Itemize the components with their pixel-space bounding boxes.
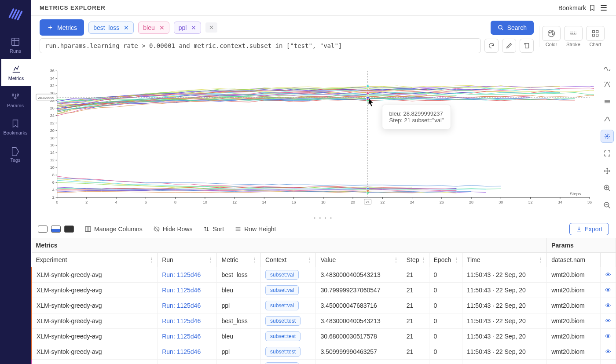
table-row[interactable]: XLM-syntok-greedy-avg Run: 1125d46 bleu …: [32, 329, 616, 344]
eye-icon[interactable]: 👁: [605, 317, 611, 324]
hide-rows-button[interactable]: Hide Rows: [153, 226, 193, 233]
clipboard-icon: [523, 42, 530, 49]
line-chart[interactable]: 2468101214161820222426283032343602468101…: [35, 62, 594, 215]
section-header-params: Params: [547, 238, 616, 253]
menu-icon[interactable]: ☰: [600, 3, 607, 13]
chart-tool[interactable]: Chart: [586, 26, 605, 47]
pan-button[interactable]: [601, 164, 614, 177]
svg-text:26: 26: [50, 106, 55, 110]
sidebar-item-params[interactable]: Params: [0, 86, 31, 113]
data-table-wrap[interactable]: Metrics Params Experiment⋮ Run⋮ Metric⋮ …: [31, 238, 616, 364]
cell-context: subset:val: [261, 283, 316, 298]
zoom-in-button[interactable]: [601, 182, 614, 194]
kebab-icon[interactable]: ⋮: [420, 256, 426, 263]
clear-chips-button[interactable]: ✕: [205, 22, 217, 33]
eye-icon[interactable]: 👁: [605, 302, 611, 309]
align-button[interactable]: [601, 95, 614, 108]
chart-panel[interactable]: 2468101214161820222426283032343602468101…: [31, 57, 598, 215]
col-step[interactable]: Step⋮: [402, 253, 429, 267]
col-dataset[interactable]: dataset.nam: [547, 253, 601, 267]
sidebar-item-runs[interactable]: Runs: [0, 32, 31, 59]
eye-icon[interactable]: 👁: [605, 333, 611, 340]
svg-rect-12: [592, 34, 594, 36]
sidebar-item-tags[interactable]: Tags: [0, 141, 31, 168]
metric-chip-ppl[interactable]: ppl ✕: [174, 22, 202, 34]
context-badge: subset:val: [265, 362, 299, 364]
export-button[interactable]: Export: [569, 223, 609, 235]
zoom-out-button[interactable]: [601, 199, 614, 212]
svg-text:36: 36: [587, 200, 592, 204]
kebab-icon[interactable]: ⋮: [307, 256, 313, 263]
copy-button[interactable]: [520, 39, 534, 53]
cell-experiment: XLM-syntok-greedy-avg: [32, 267, 158, 283]
stroke-tool[interactable]: Stroke: [564, 26, 583, 47]
col-metric[interactable]: Metric⋮: [217, 253, 261, 267]
eye-icon[interactable]: 👁: [605, 348, 611, 355]
row-height-button[interactable]: Row Height: [235, 226, 276, 233]
smoothing-button[interactable]: [601, 113, 614, 125]
table-row[interactable]: XLM-syntok-greedy-avg Run: 1125d46 ppl s…: [32, 344, 616, 360]
run-link[interactable]: Run: 1125d46: [162, 317, 201, 324]
cell-time: 11:50:43 · 22 Sep, 20: [462, 267, 546, 283]
col-experiment[interactable]: Experiment⋮: [32, 253, 158, 267]
manage-columns-button[interactable]: Manage Columns: [84, 226, 143, 233]
run-link[interactable]: Run: 1125d46: [162, 302, 201, 309]
kebab-icon[interactable]: ⋮: [393, 256, 399, 263]
refresh-button[interactable]: [484, 39, 499, 53]
metrics-select-button[interactable]: ＋ Metrics: [40, 19, 84, 36]
col-time[interactable]: Time⋮: [462, 253, 546, 267]
highlight-button[interactable]: [601, 130, 614, 142]
kebab-icon[interactable]: ⋮: [208, 256, 214, 263]
eye-icon[interactable]: 👁: [605, 271, 611, 278]
bookmark-button[interactable]: Bookmark: [558, 4, 596, 11]
table-toolbar: Manage Columns Hide Rows Sort Row Height…: [31, 220, 616, 238]
cell-epoch: 0: [429, 313, 462, 329]
close-icon[interactable]: ✕: [159, 24, 165, 31]
aggregate-button[interactable]: [601, 61, 614, 73]
cell-run: Run: 117a2cb: [158, 360, 217, 364]
cell-step: 21: [402, 283, 429, 298]
cell-dataset: wmt20.biom: [547, 283, 601, 298]
svg-point-103: [367, 85, 369, 87]
search-button[interactable]: Search: [491, 21, 534, 35]
table-row[interactable]: XLM-syntok-greedy-few-titles-avg Run: 11…: [32, 360, 616, 364]
svg-text:34: 34: [558, 200, 562, 204]
cell-experiment: XLM-syntok-greedy-avg: [32, 283, 158, 298]
kebab-icon[interactable]: ⋮: [538, 256, 544, 263]
run-link[interactable]: Run: 1125d46: [162, 333, 201, 340]
axes-scale-button[interactable]: [601, 78, 614, 91]
view-chart-only[interactable]: [38, 226, 48, 233]
cell-context: subset:val: [261, 298, 316, 313]
color-tool[interactable]: Color: [542, 26, 561, 47]
view-split[interactable]: [51, 226, 61, 233]
table-row[interactable]: XLM-syntok-greedy-avg Run: 1125d46 best_…: [32, 313, 616, 329]
metric-chip-best-loss[interactable]: best_loss ✕: [88, 22, 134, 34]
query-input[interactable]: [40, 38, 481, 53]
close-icon[interactable]: ✕: [124, 24, 129, 31]
run-link[interactable]: Run: 1125d46: [162, 348, 201, 355]
close-icon[interactable]: ✕: [191, 24, 196, 31]
table-row[interactable]: XLM-syntok-greedy-avg Run: 1125d46 bleu …: [32, 283, 616, 298]
run-link[interactable]: Run: 1125d46: [162, 287, 201, 294]
table-row[interactable]: XLM-syntok-greedy-avg Run: 1125d46 ppl s…: [32, 298, 616, 313]
table-row[interactable]: XLM-syntok-greedy-avg Run: 1125d46 best_…: [32, 267, 616, 283]
run-link[interactable]: Run: 1125d46: [162, 271, 201, 278]
eye-icon[interactable]: 👁: [605, 287, 611, 294]
col-context[interactable]: Context⋮: [261, 253, 316, 267]
cell-visibility: 👁: [601, 298, 616, 313]
col-run[interactable]: Run⋮: [158, 253, 217, 267]
cell-dataset: wmt20.biom: [547, 298, 601, 313]
sort-button[interactable]: Sort: [203, 226, 224, 233]
cell-epoch: 0: [429, 344, 462, 360]
autoscale-button[interactable]: [601, 147, 614, 160]
sidebar-item-bookmarks[interactable]: Bookmarks: [0, 113, 31, 141]
view-table-only[interactable]: [64, 226, 74, 233]
sidebar-item-metrics[interactable]: Metrics: [0, 59, 31, 86]
kebab-icon[interactable]: ⋮: [252, 256, 258, 263]
kebab-icon[interactable]: ⋮: [148, 256, 154, 263]
col-epoch[interactable]: Epoch⋮: [429, 253, 462, 267]
kebab-icon[interactable]: ⋮: [453, 256, 459, 263]
metric-chip-bleu[interactable]: bleu ✕: [138, 22, 169, 34]
col-value[interactable]: Value⋮: [316, 253, 402, 267]
edit-button[interactable]: [502, 39, 516, 53]
